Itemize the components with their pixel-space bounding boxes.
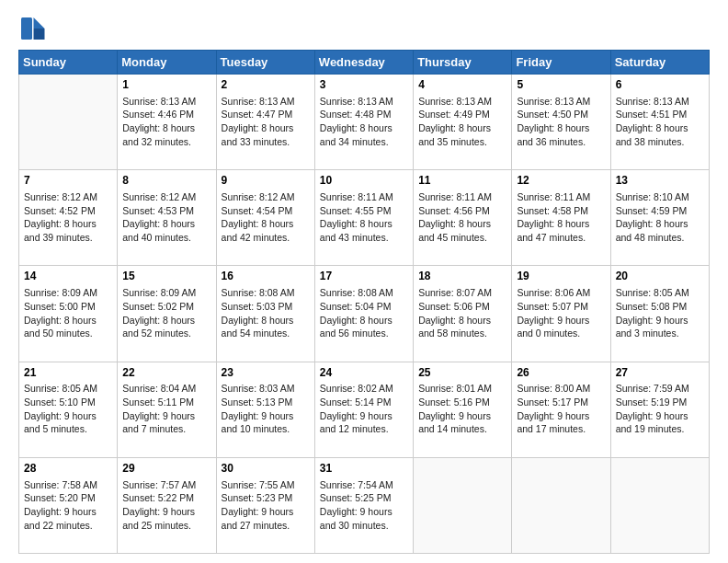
calendar-header-saturday: Saturday [610, 51, 709, 75]
day-number: 22 [122, 365, 210, 381]
sunset-text: Sunset: 5:22 PM [122, 492, 194, 503]
daylight-text: Daylight: 8 hours and 33 minutes. [222, 122, 294, 147]
sunrise-text: Sunrise: 8:03 AM [222, 383, 295, 394]
calendar-cell [19, 75, 118, 170]
calendar-week-3: 21 Sunrise: 8:05 AM Sunset: 5:10 PM Dayl… [19, 362, 710, 457]
calendar-cell: 8 Sunrise: 8:12 AM Sunset: 4:53 PM Dayli… [118, 170, 216, 266]
calendar-cell: 15 Sunrise: 8:09 AM Sunset: 5:02 PM Dayl… [118, 266, 216, 362]
sunset-text: Sunset: 4:47 PM [222, 109, 293, 120]
calendar-cell: 25 Sunrise: 8:01 AM Sunset: 5:16 PM Dayl… [414, 362, 512, 457]
daylight-text: Daylight: 8 hours and 32 minutes. [122, 122, 195, 147]
sunrise-text: Sunrise: 8:12 AM [122, 191, 196, 202]
daylight-text: Daylight: 9 hours and 22 minutes. [24, 506, 97, 531]
svg-rect-2 [21, 17, 32, 40]
calendar-cell: 26 Sunrise: 8:00 AM Sunset: 5:17 PM Dayl… [512, 362, 610, 457]
calendar-cell: 28 Sunrise: 7:58 AM Sunset: 5:20 PM Dayl… [19, 457, 118, 553]
calendar-table: SundayMondayTuesdayWednesdayThursdayFrid… [18, 50, 710, 554]
sunrise-text: Sunrise: 8:02 AM [320, 383, 393, 394]
day-number: 7 [24, 173, 112, 189]
day-number: 25 [418, 365, 506, 381]
day-number: 21 [24, 365, 112, 381]
daylight-text: Daylight: 9 hours and 3 minutes. [616, 315, 688, 339]
day-number: 2 [222, 77, 310, 93]
daylight-text: Daylight: 9 hours and 19 minutes. [616, 410, 688, 435]
sunrise-text: Sunrise: 8:10 AM [616, 191, 689, 202]
day-number: 8 [122, 173, 210, 189]
daylight-text: Daylight: 9 hours and 0 minutes. [517, 315, 589, 339]
daylight-text: Daylight: 9 hours and 30 minutes. [320, 506, 392, 531]
sunrise-text: Sunrise: 8:05 AM [24, 383, 97, 394]
sunset-text: Sunset: 5:20 PM [24, 492, 96, 503]
sunset-text: Sunset: 4:49 PM [418, 109, 490, 120]
sunrise-text: Sunrise: 8:08 AM [222, 287, 295, 298]
daylight-text: Daylight: 8 hours and 45 minutes. [418, 218, 491, 243]
daylight-text: Daylight: 8 hours and 35 minutes. [418, 122, 491, 147]
sunset-text: Sunset: 4:58 PM [517, 205, 588, 216]
calendar-header-thursday: Thursday [414, 51, 512, 75]
logo-icon [18, 15, 46, 42]
sunrise-text: Sunrise: 8:13 AM [616, 96, 689, 107]
sunrise-text: Sunrise: 8:08 AM [320, 287, 393, 298]
svg-marker-0 [34, 17, 45, 29]
calendar-cell: 23 Sunrise: 8:03 AM Sunset: 5:13 PM Dayl… [216, 362, 314, 457]
daylight-text: Daylight: 8 hours and 36 minutes. [517, 122, 589, 147]
sunrise-text: Sunrise: 7:59 AM [616, 383, 689, 394]
sunrise-text: Sunrise: 8:11 AM [320, 191, 393, 202]
day-number: 19 [517, 269, 605, 284]
day-number: 13 [616, 173, 704, 189]
calendar-cell: 24 Sunrise: 8:02 AM Sunset: 5:14 PM Dayl… [314, 362, 413, 457]
calendar-cell: 29 Sunrise: 7:57 AM Sunset: 5:22 PM Dayl… [118, 457, 216, 553]
calendar-cell: 17 Sunrise: 8:08 AM Sunset: 5:04 PM Dayl… [314, 266, 413, 362]
sunset-text: Sunset: 5:17 PM [517, 396, 588, 408]
sunset-text: Sunset: 4:53 PM [122, 205, 194, 216]
daylight-text: Daylight: 9 hours and 17 minutes. [517, 410, 589, 435]
calendar-cell: 18 Sunrise: 8:07 AM Sunset: 5:06 PM Dayl… [414, 266, 512, 362]
daylight-text: Daylight: 8 hours and 58 minutes. [418, 315, 491, 339]
day-number: 15 [122, 269, 210, 284]
day-number: 9 [222, 173, 310, 189]
day-number: 1 [122, 77, 210, 93]
header [18, 15, 710, 42]
sunset-text: Sunset: 5:08 PM [616, 301, 688, 312]
day-number: 16 [222, 269, 310, 284]
day-number: 26 [517, 365, 605, 381]
day-number: 17 [320, 269, 408, 284]
calendar-cell: 31 Sunrise: 7:54 AM Sunset: 5:25 PM Dayl… [314, 457, 413, 553]
day-number: 28 [24, 461, 112, 477]
day-number: 30 [222, 461, 310, 477]
sunrise-text: Sunrise: 8:12 AM [24, 191, 97, 202]
sunrise-text: Sunrise: 8:13 AM [320, 96, 393, 107]
sunrise-text: Sunrise: 8:13 AM [418, 96, 492, 107]
sunset-text: Sunset: 4:54 PM [222, 205, 293, 216]
sunset-text: Sunset: 5:03 PM [222, 301, 293, 312]
calendar-cell: 10 Sunrise: 8:11 AM Sunset: 4:55 PM Dayl… [314, 170, 413, 266]
daylight-text: Daylight: 9 hours and 5 minutes. [24, 410, 97, 435]
calendar-cell: 5 Sunrise: 8:13 AM Sunset: 4:50 PM Dayli… [512, 75, 610, 170]
sunset-text: Sunset: 5:13 PM [222, 396, 293, 408]
calendar-week-1: 7 Sunrise: 8:12 AM Sunset: 4:52 PM Dayli… [19, 170, 710, 266]
day-number: 12 [517, 173, 605, 189]
calendar-cell: 6 Sunrise: 8:13 AM Sunset: 4:51 PM Dayli… [610, 75, 709, 170]
sunrise-text: Sunrise: 8:11 AM [517, 191, 590, 202]
sunrise-text: Sunrise: 8:00 AM [517, 383, 590, 394]
calendar-cell: 11 Sunrise: 8:11 AM Sunset: 4:56 PM Dayl… [414, 170, 512, 266]
sunrise-text: Sunrise: 8:13 AM [222, 96, 295, 107]
sunset-text: Sunset: 4:46 PM [122, 109, 194, 120]
daylight-text: Daylight: 8 hours and 52 minutes. [122, 315, 195, 339]
calendar-header-wednesday: Wednesday [314, 51, 413, 75]
calendar-header-tuesday: Tuesday [216, 51, 314, 75]
sunset-text: Sunset: 5:25 PM [320, 492, 392, 503]
daylight-text: Daylight: 9 hours and 12 minutes. [320, 410, 392, 435]
daylight-text: Daylight: 8 hours and 39 minutes. [24, 218, 97, 243]
sunset-text: Sunset: 5:10 PM [24, 396, 96, 408]
daylight-text: Daylight: 8 hours and 40 minutes. [122, 218, 195, 243]
sunset-text: Sunset: 5:23 PM [222, 492, 293, 503]
sunrise-text: Sunrise: 7:58 AM [24, 479, 97, 490]
calendar-cell: 9 Sunrise: 8:12 AM Sunset: 4:54 PM Dayli… [216, 170, 314, 266]
day-number: 10 [320, 173, 408, 189]
calendar-cell: 1 Sunrise: 8:13 AM Sunset: 4:46 PM Dayli… [118, 75, 216, 170]
calendar-cell: 27 Sunrise: 7:59 AM Sunset: 5:19 PM Dayl… [610, 362, 709, 457]
calendar-cell [414, 457, 512, 553]
sunrise-text: Sunrise: 8:11 AM [418, 191, 492, 202]
day-number: 18 [418, 269, 506, 284]
